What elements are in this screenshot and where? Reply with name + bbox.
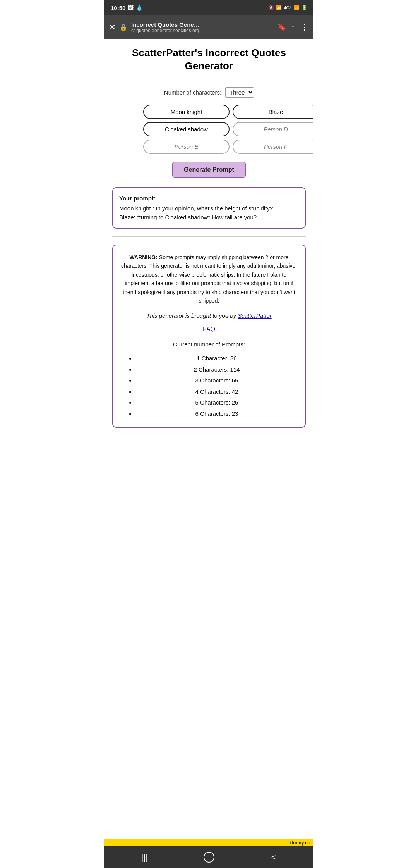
title-divider (112, 79, 306, 79)
recent-apps-button[interactable]: ||| (112, 852, 177, 862)
share-button[interactable]: ↑ (291, 23, 295, 31)
character-e-input[interactable] (143, 140, 230, 154)
page-tab-title: Incorrect Quotes Gene… (131, 21, 274, 28)
faq-link[interactable]: FAQ (120, 324, 298, 334)
prompt-box: Your prompt: Moon knight : In your opini… (112, 187, 306, 229)
status-bar: 10:50 🖼 💧 🔇 📶 4G⁺ 📶 🔋 (104, 0, 314, 16)
menu-button[interactable]: ⋮ (300, 22, 309, 32)
character-f-input[interactable] (233, 140, 314, 154)
char-count-select[interactable]: One Two Three Four Five Six (225, 87, 254, 98)
signal-icon: 📶 (294, 5, 300, 10)
prompts-list: 1 Character: 36 2 Characters: 114 3 Char… (120, 353, 298, 419)
main-content: ScatterPatter's Incorrect Quotes Generat… (104, 39, 314, 839)
wifi-icon: 📶 (276, 5, 282, 10)
mute-icon: 🔇 (268, 5, 274, 10)
prompt-count-5: 5 Characters: 26 (135, 397, 298, 408)
browser-actions: 🔖 ↑ ⋮ (278, 22, 309, 32)
watermark-text: ifunny.co (290, 840, 310, 846)
prompt-count-3: 3 Characters: 65 (135, 375, 298, 386)
prompts-count-label: Current number of Prompts: (120, 340, 298, 349)
browser-title-block: Incorrect Quotes Gene… ct-quotes-generat… (131, 21, 274, 33)
warning-box: WARNING: Some prompts may imply shipping… (112, 245, 306, 428)
credit-text: This generator is brought to you by (146, 312, 236, 319)
home-icon (204, 852, 214, 863)
generate-btn-wrap: Generate Prompt (112, 162, 306, 178)
browser-url[interactable]: ct-quotes-generator.neocities.org (131, 28, 274, 33)
location-icon: 💧 (136, 4, 143, 11)
browser-bar: ✕ 🔒 Incorrect Quotes Gene… ct-quotes-gen… (104, 16, 314, 39)
prompt-count-6: 6 Characters: 23 (135, 408, 298, 420)
character-a-input[interactable] (143, 105, 230, 119)
bottom-nav: ||| < (104, 846, 314, 868)
recent-apps-icon: ||| (141, 852, 148, 862)
warning-body: Some prompts may imply shipping between … (121, 254, 297, 304)
status-time: 10:50 🖼 💧 (111, 4, 143, 11)
char-count-row: Number of characters: One Two Three Four… (112, 87, 306, 98)
battery-icon: 🔋 (302, 5, 307, 10)
network-icon: 4G⁺ (284, 5, 292, 10)
prompt-text: Moon knight : In your opinion, what's th… (119, 205, 273, 220)
generate-prompt-button[interactable]: Generate Prompt (172, 162, 246, 178)
ifunny-watermark: ifunny.co (104, 839, 314, 846)
generator-credit: This generator is brought to you by Scat… (120, 311, 298, 320)
prompt-count-4: 4 Characters: 42 (135, 386, 298, 398)
back-icon: < (271, 853, 276, 862)
photo-icon: 🖼 (128, 5, 134, 11)
warning-bold: WARNING: (130, 254, 158, 260)
lock-icon: 🔒 (120, 24, 127, 31)
character-b-input[interactable] (233, 105, 314, 119)
bookmark-button[interactable]: 🔖 (278, 23, 286, 31)
character-c-input[interactable] (143, 122, 230, 136)
prompt-count-2: 2 Characters: 114 (135, 364, 298, 375)
scatter-patter-link[interactable]: ScatterPatter (238, 312, 272, 319)
clock: 10:50 (111, 5, 125, 11)
character-grid (143, 105, 275, 154)
back-button[interactable]: < (241, 853, 306, 862)
char-count-label: Number of characters: (164, 89, 221, 96)
character-d-input[interactable] (233, 122, 314, 136)
prompt-count-1: 1 Character: 36 (135, 353, 298, 364)
warning-text: WARNING: Some prompts may imply shipping… (120, 253, 298, 305)
prompt-label: Your prompt: (119, 194, 299, 203)
status-icons: 🔇 📶 4G⁺ 📶 🔋 (268, 5, 307, 10)
home-button[interactable] (177, 852, 242, 863)
close-tab-button[interactable]: ✕ (109, 22, 116, 32)
page-title: ScatterPatter's Incorrect Quotes Generat… (112, 46, 306, 73)
section-divider (112, 236, 306, 237)
